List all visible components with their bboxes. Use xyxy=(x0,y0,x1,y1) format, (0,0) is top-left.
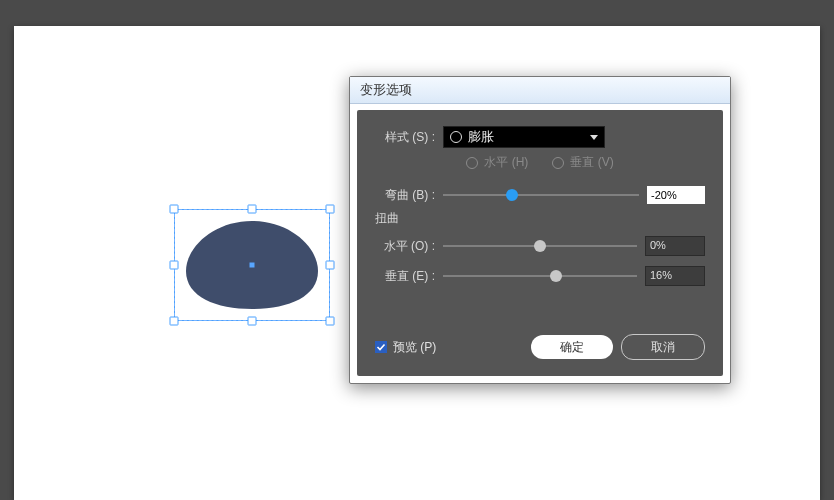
vert-slider[interactable] xyxy=(443,275,637,277)
radio-circle-icon xyxy=(466,157,478,169)
vert-label: 垂直 (E) : xyxy=(375,268,435,285)
vert-value[interactable]: 16% xyxy=(645,266,705,286)
horiz-label: 水平 (O) : xyxy=(375,238,435,255)
handle-sw[interactable] xyxy=(170,317,179,326)
ok-button[interactable]: 确定 xyxy=(531,335,613,359)
warp-options-dialog: 变形选项 样式 (S) : 膨胀 水平 (H) 垂直 (V) 弯曲 xyxy=(349,76,731,384)
radio-circle-icon xyxy=(552,157,564,169)
vertical-distort-row: 垂直 (E) : 16% xyxy=(375,266,705,286)
radio-vertical[interactable]: 垂直 (V) xyxy=(552,154,613,171)
preview-label: 预览 (P) xyxy=(393,339,436,356)
bend-label: 弯曲 (B) : xyxy=(375,187,435,204)
radio-horizontal-label: 水平 (H) xyxy=(484,154,528,171)
horiz-value[interactable]: 0% xyxy=(645,236,705,256)
selection-center xyxy=(250,263,255,268)
ok-label: 确定 xyxy=(560,339,584,356)
checkbox-checked-icon xyxy=(375,341,387,353)
horiz-thumb[interactable] xyxy=(534,240,546,252)
style-label: 样式 (S) : xyxy=(375,129,435,146)
chevron-down-icon xyxy=(590,135,598,140)
bulge-icon xyxy=(450,131,462,143)
handle-ne[interactable] xyxy=(326,205,335,214)
horizontal-distort-row: 水平 (O) : 0% xyxy=(375,236,705,256)
vert-thumb[interactable] xyxy=(550,270,562,282)
dialog-body: 样式 (S) : 膨胀 水平 (H) 垂直 (V) 弯曲 (B) : xyxy=(357,110,723,376)
cancel-label: 取消 xyxy=(651,339,675,356)
handle-se[interactable] xyxy=(326,317,335,326)
selection-bounding-box[interactable] xyxy=(174,209,330,321)
orientation-row: 水平 (H) 垂直 (V) xyxy=(375,154,705,171)
horiz-slider[interactable] xyxy=(443,245,637,247)
style-value: 膨胀 xyxy=(468,128,494,146)
bend-value[interactable]: -20% xyxy=(647,186,705,204)
bend-row: 弯曲 (B) : -20% xyxy=(375,186,705,204)
handle-nw[interactable] xyxy=(170,205,179,214)
style-dropdown[interactable]: 膨胀 xyxy=(443,126,605,148)
handle-e[interactable] xyxy=(326,261,335,270)
style-row: 样式 (S) : 膨胀 xyxy=(375,126,705,148)
distort-section-label: 扭曲 xyxy=(375,210,399,227)
bend-slider[interactable] xyxy=(443,194,639,196)
handle-s[interactable] xyxy=(248,317,257,326)
dialog-title[interactable]: 变形选项 xyxy=(350,77,730,104)
cancel-button[interactable]: 取消 xyxy=(621,334,705,360)
radio-vertical-label: 垂直 (V) xyxy=(570,154,613,171)
handle-n[interactable] xyxy=(248,205,257,214)
dialog-footer: 预览 (P) 确定 取消 xyxy=(375,334,705,360)
handle-w[interactable] xyxy=(170,261,179,270)
preview-checkbox[interactable]: 预览 (P) xyxy=(375,339,436,356)
bend-thumb[interactable] xyxy=(506,189,518,201)
radio-horizontal[interactable]: 水平 (H) xyxy=(466,154,528,171)
